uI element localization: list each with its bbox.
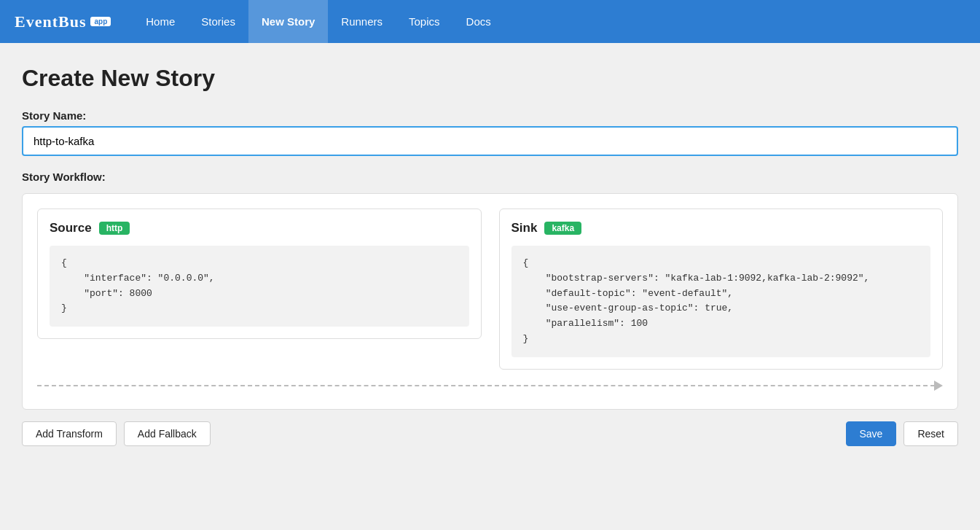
nav-links: Home Stories New Story Runners Topics Do… [133, 0, 503, 43]
add-fallback-button[interactable]: Add Fallback [124, 421, 211, 446]
nav-home[interactable]: Home [133, 0, 188, 43]
story-name-input[interactable] [22, 126, 958, 156]
footer-left-buttons: Add Transform Add Fallback [22, 421, 211, 446]
nav-stories[interactable]: Stories [188, 0, 248, 43]
sink-card-title: Sink [511, 221, 538, 235]
sink-card: Sink kafka { "bootstrap-servers": "kafka… [499, 209, 944, 370]
sink-card-badge: kafka [544, 222, 581, 235]
source-card-title: Source [50, 221, 92, 235]
workflow-label: Story Workflow: [22, 171, 958, 183]
main-content: Create New Story Story Name: Story Workf… [0, 43, 980, 468]
dashed-line [37, 385, 935, 386]
nav-new-story[interactable]: New Story [248, 0, 328, 43]
story-name-label: Story Name: [22, 109, 958, 122]
brand[interactable]: EventBus app [15, 12, 111, 31]
source-card: Source http { "interface": "0.0.0.0", "p… [37, 209, 482, 339]
brand-badge: app [90, 17, 111, 26]
brand-name: EventBus [15, 12, 86, 31]
sink-code-block: { "bootstrap-servers": "kafka-lab-1:9092… [511, 246, 931, 357]
reset-button[interactable]: Reset [903, 421, 958, 446]
footer-buttons: Add Transform Add Fallback Save Reset [22, 421, 958, 453]
sink-card-header: Sink kafka [511, 221, 931, 235]
source-card-header: Source http [50, 221, 469, 235]
navbar: EventBus app Home Stories New Story Runn… [0, 0, 980, 43]
footer-right-buttons: Save Reset [846, 421, 959, 446]
workflow-cards: Source http { "interface": "0.0.0.0", "p… [37, 209, 943, 370]
nav-docs[interactable]: Docs [453, 0, 504, 43]
workflow-container: Source http { "interface": "0.0.0.0", "p… [22, 193, 958, 410]
arrow-row [37, 377, 943, 394]
nav-topics[interactable]: Topics [396, 0, 453, 43]
arrow-head [934, 381, 943, 391]
add-transform-button[interactable]: Add Transform [22, 421, 117, 446]
nav-runners[interactable]: Runners [328, 0, 396, 43]
save-button[interactable]: Save [846, 421, 897, 446]
source-code-block: { "interface": "0.0.0.0", "port": 8000 } [50, 246, 469, 327]
source-card-badge: http [99, 222, 130, 235]
page-title: Create New Story [22, 65, 958, 92]
